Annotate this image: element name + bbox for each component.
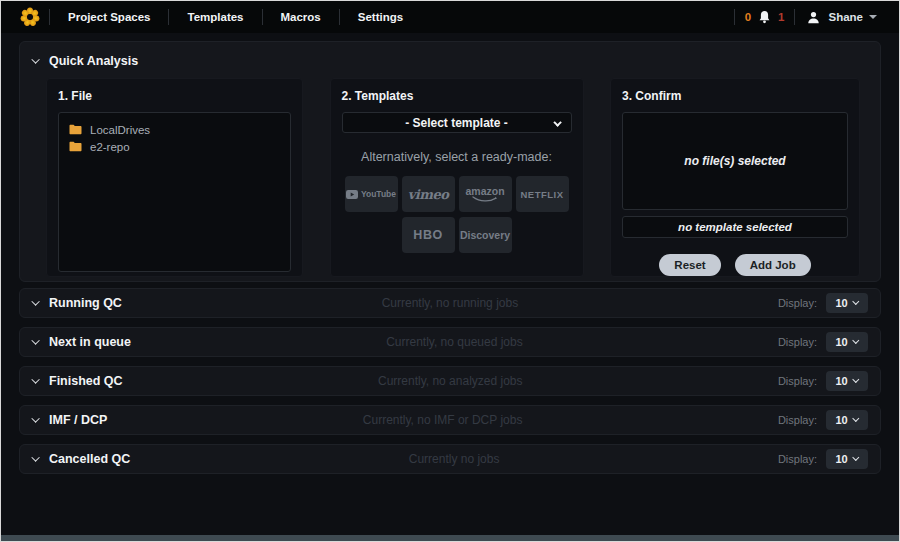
bell-icon (758, 10, 771, 24)
caret-down-icon (869, 15, 877, 19)
amazon-smile-icon (472, 196, 498, 202)
section-next-in-queue[interactable]: Next in queue Currently, no queued jobs … (19, 327, 881, 357)
section-status: Currently, no queued jobs (131, 335, 778, 349)
section-status: Currently, no running jobs (122, 296, 778, 310)
section-cancelled-qc[interactable]: Cancelled QC Currently no jobs Display: … (19, 444, 881, 474)
display-control: Display: 10 (778, 371, 868, 391)
brand-label: amazon (465, 186, 504, 197)
section-title: Next in queue (49, 335, 131, 349)
display-value: 10 (835, 453, 847, 465)
chevron-down-icon (31, 375, 39, 383)
section-status: Currently no jobs (130, 452, 778, 466)
tree-item-label: LocalDrives (90, 124, 150, 136)
section-status: Currently, no analyzed jobs (123, 374, 778, 388)
display-control: Display: 10 (778, 293, 868, 313)
section-running-qc[interactable]: Running QC Currently, no running jobs Di… (19, 288, 881, 318)
ready-made-label: Alternatively, select a ready-made: (342, 150, 572, 164)
reset-button[interactable]: Reset (659, 254, 720, 276)
navbar-right: 0 1 Shane (734, 9, 889, 25)
display-count-select[interactable]: 10 (826, 332, 868, 352)
chevron-down-icon (31, 297, 39, 305)
display-count-select[interactable]: 10 (826, 371, 868, 391)
bottom-status-strip (1, 535, 899, 541)
gear-flower-icon (20, 7, 40, 27)
templates-panel-title: 2. Templates (342, 89, 572, 103)
brand-row-2: HBO Discovery (342, 217, 572, 253)
discovery-template-button[interactable]: Discovery (459, 217, 512, 253)
file-panel-title: 1. File (58, 89, 291, 103)
section-title: Running QC (49, 296, 122, 310)
selected-files-box: no file(s) selected (622, 112, 848, 210)
display-label: Display: (778, 453, 817, 465)
display-value: 10 (835, 375, 847, 387)
display-label: Display: (778, 297, 817, 309)
folder-icon (69, 141, 82, 152)
netflix-template-button[interactable]: NETFLIX (516, 176, 569, 212)
hbo-template-button[interactable]: HBO (402, 217, 455, 253)
display-count-select[interactable]: 10 (826, 449, 868, 469)
confirm-panel: 3. Confirm no file(s) selected no templa… (610, 78, 860, 277)
notification-count-right: 1 (778, 11, 784, 23)
user-icon (807, 11, 820, 24)
folder-icon (69, 124, 82, 135)
display-count-select[interactable]: 10 (826, 293, 868, 313)
chevron-down-icon (852, 414, 859, 421)
quick-analysis-panels: 1. File LocalDrives e2-repo 2. Templat (33, 78, 860, 277)
chevron-down-icon (31, 453, 39, 461)
top-navbar: Project Spaces Templates Macros Settings… (1, 1, 899, 33)
display-value: 10 (835, 297, 847, 309)
quick-analysis-title: Quick Analysis (49, 54, 138, 68)
brand-label: NETFLIX (520, 189, 563, 200)
display-control: Display: 10 (778, 410, 868, 430)
quick-analysis-section: Quick Analysis 1. File LocalDrives e2-re… (19, 41, 881, 282)
brand-label: Discovery (460, 229, 510, 241)
display-control: Display: 10 (778, 449, 868, 469)
nav-item-macros[interactable]: Macros (263, 1, 339, 33)
nav-item-templates[interactable]: Templates (169, 1, 261, 33)
brand-label: HBO (413, 228, 442, 242)
notifications-area[interactable]: 0 1 (735, 10, 795, 24)
section-title: Cancelled QC (49, 452, 130, 466)
brand-row-1: YouTube vimeo amazon NETFLIX (342, 176, 572, 212)
vimeo-template-button[interactable]: vimeo (402, 176, 455, 212)
nav-item-project-spaces[interactable]: Project Spaces (50, 1, 168, 33)
display-label: Display: (778, 375, 817, 387)
template-select-value: - Select template - (343, 116, 571, 130)
chevron-down-icon (31, 336, 39, 344)
section-title: IMF / DCP (49, 413, 107, 427)
nav-item-settings[interactable]: Settings (340, 1, 421, 33)
file-tree: LocalDrives e2-repo (58, 112, 291, 272)
selected-template-box: no template selected (622, 216, 848, 238)
chevron-down-icon (852, 375, 859, 382)
app-logo[interactable] (11, 7, 49, 27)
confirm-panel-title: 3. Confirm (622, 89, 848, 103)
section-imf-dcp[interactable]: IMF / DCP Currently, no IMF or DCP jobs … (19, 405, 881, 435)
chevron-down-icon (852, 453, 859, 460)
add-job-button[interactable]: Add Job (735, 254, 811, 276)
no-files-text: no file(s) selected (684, 154, 785, 168)
job-sections: Running QC Currently, no running jobs Di… (19, 288, 881, 474)
chevron-down-icon (31, 55, 39, 63)
confirm-actions: Reset Add Job (622, 254, 848, 276)
section-finished-qc[interactable]: Finished QC Currently, no analyzed jobs … (19, 366, 881, 396)
notification-count-left: 0 (745, 11, 751, 23)
tree-item-localdrives[interactable]: LocalDrives (69, 121, 280, 138)
amazon-template-button[interactable]: amazon (459, 176, 512, 212)
display-value: 10 (835, 414, 847, 426)
tree-item-label: e2-repo (90, 141, 130, 153)
chevron-down-icon (852, 297, 859, 304)
youtube-template-button[interactable]: YouTube (345, 176, 398, 212)
template-select[interactable]: - Select template - (342, 112, 572, 133)
no-template-text: no template selected (678, 221, 792, 233)
display-label: Display: (778, 414, 817, 426)
display-count-select[interactable]: 10 (826, 410, 868, 430)
display-value: 10 (835, 336, 847, 348)
tree-item-e2-repo[interactable]: e2-repo (69, 138, 280, 155)
app-root: { "navbar": { "items": [ { "label": "Pro… (0, 0, 900, 542)
section-title: Finished QC (49, 374, 123, 388)
display-label: Display: (778, 336, 817, 348)
file-panel: 1. File LocalDrives e2-repo (46, 78, 303, 277)
user-menu[interactable]: Shane (795, 11, 889, 24)
quick-analysis-header[interactable]: Quick Analysis (33, 51, 860, 71)
chevron-down-icon (852, 336, 859, 343)
